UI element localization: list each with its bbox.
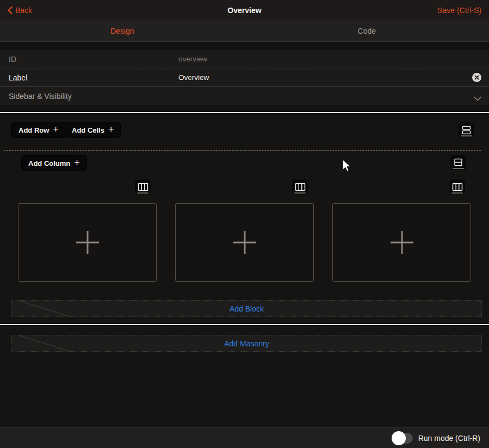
clear-label-button[interactable] [472, 73, 481, 82]
save-button[interactable]: Save (Ctrl-S) [437, 6, 481, 15]
columns-icon [452, 183, 463, 192]
properties-form: ID overview Label Overview Sidebar & Vis… [0, 50, 489, 105]
drag-underline [294, 192, 306, 194]
form-row-label[interactable]: Label Overview [0, 69, 489, 87]
add-row-label: Add Row [18, 126, 49, 134]
column-layout-button-1[interactable] [135, 179, 151, 195]
back-button[interactable]: Back [8, 6, 32, 15]
tab-design[interactable]: Design [0, 21, 245, 41]
form-row-id[interactable]: ID overview [0, 50, 489, 69]
empty-cell-placeholder-2[interactable] [175, 203, 314, 282]
label-field-label: Label [9, 73, 27, 82]
drag-underline [461, 135, 472, 136]
drag-underline [453, 168, 464, 169]
tab-code[interactable]: Code [245, 21, 489, 41]
row-layout-button[interactable] [459, 122, 474, 138]
close-icon [474, 75, 479, 80]
plus-icon: + [108, 125, 114, 134]
form-row-sidebar-visibility[interactable]: Sidebar & Visibility [0, 87, 489, 105]
app-window: Back Overview Save (Ctrl-S) Design Code … [0, 0, 489, 448]
run-mode-label: Run mode (Ctrl-R) [418, 434, 480, 443]
add-cells-label: Add Cells [72, 126, 104, 134]
add-widget-plus-icon [233, 231, 256, 254]
section-divider [0, 324, 489, 325]
add-widget-plus-icon [391, 231, 413, 254]
sidebar-visibility-label: Sidebar & Visibility [9, 92, 72, 101]
empty-cell-placeholder-3[interactable] [332, 203, 471, 282]
add-masonry-button[interactable]: Add Masonry [11, 335, 482, 352]
add-row-button[interactable]: Add Row + [12, 122, 65, 138]
drag-underline [451, 192, 463, 194]
add-column-label: Add Column [28, 159, 70, 167]
run-mode-toggle[interactable] [392, 431, 413, 445]
back-label: Back [15, 6, 32, 15]
page-title: Overview [0, 6, 489, 15]
chevron-down-icon[interactable] [474, 94, 481, 103]
column-layout-button-2[interactable] [292, 179, 308, 195]
row-dashed-divider [4, 150, 481, 151]
chevron-left-icon [8, 7, 13, 14]
columns-icon [138, 183, 148, 192]
layout-builder-canvas: Add Row + Add Cells + Add Column + [0, 113, 489, 427]
top-bar: Back Overview Save (Ctrl-S) [0, 0, 489, 21]
empty-cell-placeholder-1[interactable] [18, 203, 157, 282]
plus-icon: + [53, 125, 59, 134]
plus-icon: + [74, 158, 80, 167]
status-bar: Run mode (Ctrl-R) [0, 427, 489, 448]
toggle-knob [392, 431, 406, 445]
add-block-label: Add Block [230, 304, 264, 313]
id-field-label: ID [9, 55, 16, 64]
cell-layout-button[interactable] [450, 155, 466, 170]
tab-bar: Design Code [0, 21, 489, 42]
placeholder-diagonal [12, 335, 77, 352]
column-layout-button-3[interactable] [449, 179, 465, 195]
rows-layout-icon [462, 126, 471, 135]
add-column-button[interactable]: Add Column + [22, 155, 86, 171]
split-rows-icon [454, 158, 463, 167]
drag-underline [137, 192, 148, 194]
columns-icon [295, 183, 306, 192]
add-block-button[interactable]: Add Block [11, 300, 482, 317]
add-widget-plus-icon [76, 231, 99, 254]
add-masonry-label: Add Masonry [224, 339, 269, 348]
placeholder-diagonal [12, 301, 77, 317]
add-cells-button[interactable]: Add Cells + [65, 122, 120, 138]
label-field-value[interactable]: Overview [178, 73, 209, 82]
id-field-value[interactable]: overview [178, 55, 207, 63]
